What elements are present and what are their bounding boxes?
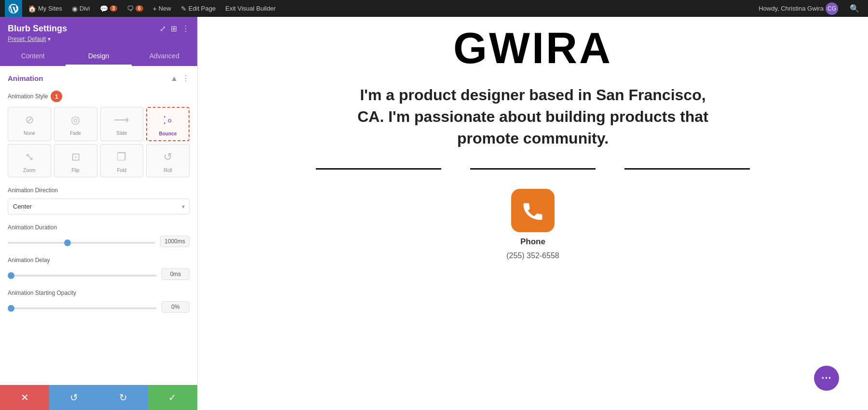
grid-icon[interactable]: ⊞ [171, 24, 177, 33]
howdy-item[interactable]: Howdy, Christina Gwira CG [755, 0, 842, 17]
my-sites-label: My Sites [38, 5, 62, 12]
save-button[interactable]: ✓ [148, 385, 197, 410]
comment-count: 3 [110, 5, 118, 12]
preset-label[interactable]: Preset: Default ▾ [8, 36, 190, 42]
anim-fold[interactable]: ❒ Fold [100, 144, 144, 177]
redo-button[interactable]: ↻ [99, 385, 148, 410]
divi-icon: ◉ [72, 5, 78, 13]
divider-2 [470, 168, 596, 170]
opacity-slider[interactable] [8, 307, 157, 309]
my-sites-menu[interactable]: 🏠 My Sites [24, 0, 66, 17]
divi-label: Divi [80, 5, 90, 12]
fold-label: Fold [117, 168, 126, 173]
section-more-icon[interactable]: ⋮ [182, 74, 190, 83]
plus-icon: + [153, 5, 157, 13]
intro-text: I'm a product designer based in San Fran… [350, 84, 716, 149]
flip-icon: ⊡ [67, 148, 84, 166]
animation-delay-field: Animation Delay 0ms [8, 257, 190, 280]
contact-section: Phone (255) 352-6558 [506, 189, 559, 260]
anim-flip[interactable]: ⊡ Flip [54, 144, 97, 177]
panel-header: Blurb Settings ⤢ ⊞ ⋮ Preset: Default ▾ [0, 17, 197, 47]
delay-slider-container [8, 270, 157, 278]
bounce-icon: ⁚∘ [159, 112, 176, 129]
expand-icon[interactable]: ⤢ [160, 24, 166, 33]
panel-content: Animation ▲ ⋮ Animation Style 1 ⊘ None [0, 66, 197, 385]
panel-actions: ✕ ↺ ↻ ✓ [0, 385, 197, 410]
slide-label: Slide [116, 131, 127, 136]
home-icon: 🏠 [28, 5, 36, 13]
animation-opacity-field: Animation Starting Opacity 0% [8, 290, 190, 313]
tab-advanced[interactable]: Advanced [132, 47, 197, 66]
wp-logo[interactable] [5, 0, 22, 17]
direction-select[interactable]: Center Top Bottom Left Right [8, 198, 190, 214]
bounce-label: Bounce [159, 131, 177, 136]
divider-3 [624, 168, 750, 170]
exit-builder-menu[interactable]: Exit Visual Builder [221, 0, 280, 17]
fade-icon: ◎ [67, 111, 84, 129]
tab-design[interactable]: Design [66, 47, 131, 66]
float-button[interactable]: ··· [814, 366, 839, 391]
zoom-icon: ⤡ [21, 148, 38, 166]
collapse-icon[interactable]: ▲ [170, 74, 178, 83]
settings-panel: Blurb Settings ⤢ ⊞ ⋮ Preset: Default ▾ C… [0, 17, 198, 410]
exit-builder-label: Exit Visual Builder [225, 5, 276, 12]
animation-direction-field: Animation Direction Center Top Bottom Le… [8, 187, 190, 214]
new-label: New [159, 5, 171, 12]
page-content: GWIRA I'm a product designer based in Sa… [198, 17, 868, 410]
undo-button[interactable]: ↺ [49, 385, 98, 410]
slide-icon: ⟶ [113, 111, 130, 129]
panel-title: Blurb Settings [8, 24, 67, 34]
direction-select-wrapper: Center Top Bottom Left Right ▾ [8, 198, 190, 214]
roll-label: Roll [164, 168, 172, 173]
comment-badge: 0 [136, 5, 143, 12]
panel-tabs: Content Design Advanced [0, 47, 197, 66]
anim-roll[interactable]: ↺ Roll [146, 144, 190, 177]
animation-duration-field: Animation Duration 1000ms [8, 224, 190, 247]
badge-number: 1 [51, 91, 62, 102]
none-label: None [24, 131, 35, 136]
avatar: CG [826, 2, 838, 15]
zoom-label: Zoom [23, 168, 36, 173]
roll-icon: ↺ [159, 148, 176, 166]
opacity-value: 0% [162, 301, 190, 313]
contact-number: (255) 352-6558 [506, 251, 559, 260]
contact-icon-wrap [511, 189, 555, 232]
duration-label: Animation Duration [8, 224, 190, 231]
duration-slider[interactable] [8, 242, 155, 244]
anim-bounce[interactable]: ⁚∘ Bounce [146, 107, 190, 141]
more-icon[interactable]: ⋮ [182, 24, 190, 33]
divider-1 [316, 168, 441, 170]
delay-slider[interactable] [8, 275, 157, 277]
comments-menu[interactable]: 💬 3 [96, 0, 122, 17]
animation-style-grid: ⊘ None ◎ Fade ⟶ Slide ⁚∘ Bounce [8, 107, 190, 177]
delay-label: Animation Delay [8, 257, 190, 264]
anim-fade[interactable]: ◎ Fade [54, 107, 97, 141]
none-icon: ⊘ [21, 111, 38, 129]
cancel-button[interactable]: ✕ [0, 385, 49, 410]
flip-label: Flip [72, 168, 80, 173]
dividers-row [316, 168, 750, 170]
new-menu[interactable]: + New [149, 0, 175, 17]
fold-icon: ❒ [113, 148, 130, 166]
phone-icon [520, 198, 545, 223]
edit-page-menu[interactable]: ✎ Edit Page [177, 0, 219, 17]
anim-slide[interactable]: ⟶ Slide [100, 107, 144, 141]
divi-menu[interactable]: ◉ Divi [68, 0, 94, 17]
comment-badge-menu[interactable]: 🗨 0 [123, 0, 147, 17]
admin-bar: 🏠 My Sites ◉ Divi 💬 3 🗨 0 + New ✎ Edit P… [0, 0, 868, 17]
bubble-icon: 🗨 [127, 5, 134, 13]
delay-value: 0ms [162, 268, 190, 280]
anim-zoom[interactable]: ⤡ Zoom [8, 144, 51, 177]
edit-icon: ✎ [181, 5, 187, 13]
duration-slider-container [8, 237, 155, 246]
contact-label: Phone [520, 237, 545, 247]
opacity-slider-container [8, 303, 157, 311]
search-icon[interactable]: 🔍 [846, 4, 863, 13]
duration-value: 1000ms [160, 236, 190, 247]
comment-icon: 💬 [100, 5, 108, 13]
tab-content[interactable]: Content [0, 47, 66, 66]
opacity-label: Animation Starting Opacity [8, 290, 190, 296]
anim-none[interactable]: ⊘ None [8, 107, 51, 141]
edit-page-label: Edit Page [189, 5, 216, 12]
animation-section-title: Animation [8, 74, 43, 82]
